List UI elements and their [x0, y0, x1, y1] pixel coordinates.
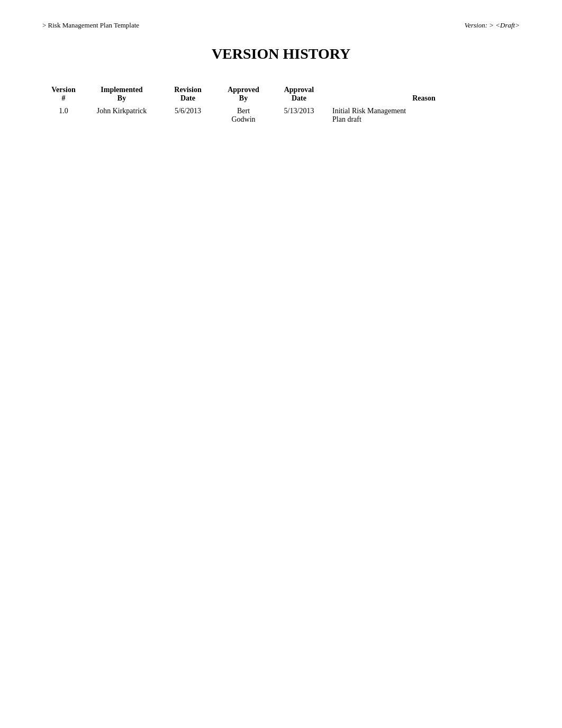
cell-reason: Initial Risk Management Plan draft: [328, 105, 520, 126]
col-header-reason: Reason: [328, 84, 520, 105]
cell-version: 1.0: [42, 105, 85, 126]
header-left: > Risk Management Plan Template: [42, 21, 139, 30]
col-header-approval: Approval Date: [270, 84, 328, 105]
cell-approved-by: Bert Godwin: [217, 105, 270, 126]
page-title: VERSION HISTORY: [42, 46, 520, 62]
header-bar: > Risk Management Plan Template Version:…: [42, 21, 520, 30]
col-header-version: Version #: [42, 84, 85, 105]
table-row: 1.0 John Kirkpatrick 5/6/2013 Bert Godwi…: [42, 105, 520, 126]
header-right: Version: > <Draft>: [465, 21, 520, 30]
col-header-approved: Approved By: [217, 84, 270, 105]
page: > Risk Management Plan Template Version:…: [0, 0, 562, 728]
col-header-revision: Revision Date: [159, 84, 217, 105]
table-header-row: Version # Implemented By Revision Date A…: [42, 84, 520, 105]
col-header-implemented: Implemented By: [85, 84, 159, 105]
version-table: Version # Implemented By Revision Date A…: [42, 84, 520, 126]
cell-approval-date: 5/13/2013: [270, 105, 328, 126]
cell-implemented-by: John Kirkpatrick: [85, 105, 159, 126]
cell-revision-date: 5/6/2013: [159, 105, 217, 126]
